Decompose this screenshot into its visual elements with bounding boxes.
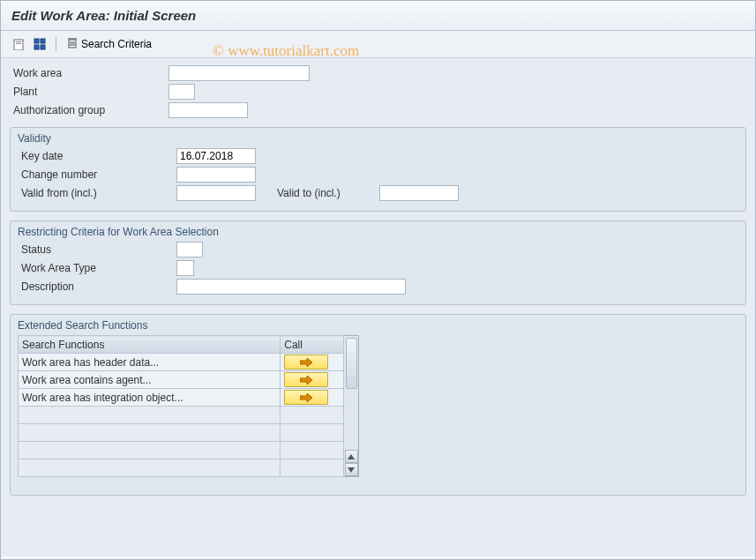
- table-cell-call: [281, 389, 344, 407]
- search-functions-table: Search Functions Call Work area has head…: [18, 335, 344, 477]
- change-number-label: Change number: [18, 167, 176, 183]
- trash-icon: [67, 37, 78, 52]
- search-criteria-label: Search Criteria: [81, 38, 152, 50]
- extended-title: Extended Search Functions: [18, 319, 738, 332]
- call-button[interactable]: [284, 372, 328, 387]
- table-row: Work area has integration object...: [19, 389, 344, 407]
- svg-marker-13: [300, 376, 312, 385]
- table-row: Work area contains agent...: [19, 371, 344, 389]
- table-row: [19, 459, 344, 477]
- description-label: Description: [18, 279, 176, 295]
- svg-rect-6: [41, 45, 45, 49]
- table-scrollbar[interactable]: [344, 335, 359, 477]
- watermark-text: © www.tutorialkart.com: [213, 42, 359, 60]
- table-row: [19, 407, 344, 424]
- auth-group-input[interactable]: [168, 102, 248, 118]
- table-cell-call: [281, 371, 344, 389]
- valid-to-label: Valid to (incl.): [273, 185, 379, 201]
- svg-rect-1: [16, 41, 21, 42]
- table-cell-label[interactable]: Work area has integration object...: [19, 389, 281, 407]
- svg-rect-5: [34, 45, 39, 49]
- key-date-label: Key date: [18, 148, 176, 164]
- plant-label: Plant: [10, 84, 168, 100]
- work-area-input[interactable]: [168, 65, 310, 81]
- status-input[interactable]: [176, 242, 203, 258]
- status-label: Status: [18, 242, 176, 258]
- overview-icon[interactable]: [31, 36, 49, 52]
- restricting-group: Restricting Criteria for Work Area Selec…: [10, 220, 746, 305]
- search-criteria-button[interactable]: Search Criteria: [64, 37, 155, 52]
- scrollbar-thumb[interactable]: [346, 338, 357, 389]
- toolbar-separator: [56, 37, 56, 51]
- page-title: Edit Work Area: Initial Screen: [1, 1, 755, 31]
- col-search-functions[interactable]: Search Functions: [19, 336, 281, 354]
- svg-rect-8: [68, 38, 77, 40]
- call-button[interactable]: [284, 390, 328, 405]
- table-cell-label[interactable]: Work area has header data...: [19, 354, 281, 371]
- table-row: [19, 424, 344, 442]
- table-cell-call: [281, 354, 344, 371]
- create-icon[interactable]: [10, 36, 27, 52]
- svg-marker-14: [300, 393, 312, 402]
- valid-from-label: Valid from (incl.): [18, 185, 176, 201]
- svg-rect-3: [34, 39, 39, 43]
- table-cell-label[interactable]: Work area contains agent...: [19, 371, 281, 389]
- svg-rect-4: [41, 39, 45, 43]
- scroll-up-icon[interactable]: [345, 450, 358, 463]
- change-number-input[interactable]: [176, 167, 256, 183]
- svg-rect-0: [14, 40, 23, 50]
- svg-marker-15: [348, 454, 355, 459]
- description-input[interactable]: [176, 279, 406, 295]
- restricting-title: Restricting Criteria for Work Area Selec…: [18, 226, 738, 238]
- key-date-input[interactable]: [176, 148, 256, 164]
- call-button[interactable]: [284, 355, 328, 370]
- work-area-type-input[interactable]: [176, 260, 194, 276]
- work-area-label: Work area: [10, 65, 168, 81]
- validity-group: Validity Key date Change number Valid fr…: [10, 127, 746, 212]
- scroll-down-icon[interactable]: [345, 463, 358, 476]
- toolbar: Search Criteria: [1, 31, 755, 58]
- table-row: Work area has header data...: [19, 354, 344, 371]
- work-area-type-label: Work Area Type: [18, 260, 176, 276]
- plant-input[interactable]: [168, 84, 195, 100]
- svg-marker-12: [300, 358, 312, 367]
- valid-to-input[interactable]: [379, 185, 459, 201]
- col-call[interactable]: Call: [281, 336, 344, 354]
- valid-from-input[interactable]: [176, 185, 256, 201]
- validity-title: Validity: [18, 132, 738, 145]
- table-row: [19, 442, 344, 459]
- extended-group: Extended Search Functions Search Functio…: [10, 314, 746, 496]
- svg-marker-16: [348, 467, 355, 473]
- svg-rect-2: [16, 43, 21, 44]
- auth-group-label: Authorization group: [10, 102, 168, 118]
